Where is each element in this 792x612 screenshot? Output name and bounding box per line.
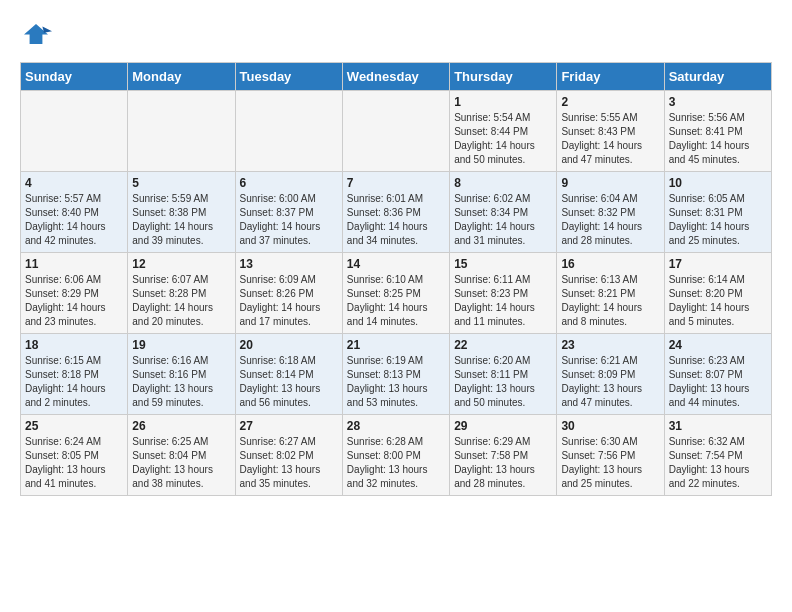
day-number: 10 [669, 176, 767, 190]
day-cell: 6Sunrise: 6:00 AM Sunset: 8:37 PM Daylig… [235, 172, 342, 253]
day-cell [235, 91, 342, 172]
day-cell: 30Sunrise: 6:30 AM Sunset: 7:56 PM Dayli… [557, 415, 664, 496]
day-info: Sunrise: 6:13 AM Sunset: 8:21 PM Dayligh… [561, 273, 659, 329]
day-info: Sunrise: 6:00 AM Sunset: 8:37 PM Dayligh… [240, 192, 338, 248]
day-info: Sunrise: 6:07 AM Sunset: 8:28 PM Dayligh… [132, 273, 230, 329]
day-cell: 2Sunrise: 5:55 AM Sunset: 8:43 PM Daylig… [557, 91, 664, 172]
day-number: 9 [561, 176, 659, 190]
day-info: Sunrise: 6:09 AM Sunset: 8:26 PM Dayligh… [240, 273, 338, 329]
day-cell: 21Sunrise: 6:19 AM Sunset: 8:13 PM Dayli… [342, 334, 449, 415]
day-info: Sunrise: 6:15 AM Sunset: 8:18 PM Dayligh… [25, 354, 123, 410]
logo-icon [20, 20, 52, 52]
day-info: Sunrise: 6:11 AM Sunset: 8:23 PM Dayligh… [454, 273, 552, 329]
day-number: 11 [25, 257, 123, 271]
day-cell [128, 91, 235, 172]
day-cell [21, 91, 128, 172]
day-number: 5 [132, 176, 230, 190]
day-cell: 5Sunrise: 5:59 AM Sunset: 8:38 PM Daylig… [128, 172, 235, 253]
day-number: 7 [347, 176, 445, 190]
day-number: 29 [454, 419, 552, 433]
day-info: Sunrise: 5:57 AM Sunset: 8:40 PM Dayligh… [25, 192, 123, 248]
page: SundayMondayTuesdayWednesdayThursdayFrid… [0, 0, 792, 506]
col-header-monday: Monday [128, 63, 235, 91]
day-info: Sunrise: 6:01 AM Sunset: 8:36 PM Dayligh… [347, 192, 445, 248]
day-cell: 7Sunrise: 6:01 AM Sunset: 8:36 PM Daylig… [342, 172, 449, 253]
day-cell: 16Sunrise: 6:13 AM Sunset: 8:21 PM Dayli… [557, 253, 664, 334]
day-number: 27 [240, 419, 338, 433]
header-row: SundayMondayTuesdayWednesdayThursdayFrid… [21, 63, 772, 91]
day-info: Sunrise: 6:25 AM Sunset: 8:04 PM Dayligh… [132, 435, 230, 491]
week-row-5: 25Sunrise: 6:24 AM Sunset: 8:05 PM Dayli… [21, 415, 772, 496]
week-row-1: 1Sunrise: 5:54 AM Sunset: 8:44 PM Daylig… [21, 91, 772, 172]
col-header-saturday: Saturday [664, 63, 771, 91]
day-info: Sunrise: 6:10 AM Sunset: 8:25 PM Dayligh… [347, 273, 445, 329]
day-cell: 1Sunrise: 5:54 AM Sunset: 8:44 PM Daylig… [450, 91, 557, 172]
day-number: 31 [669, 419, 767, 433]
day-cell: 23Sunrise: 6:21 AM Sunset: 8:09 PM Dayli… [557, 334, 664, 415]
day-info: Sunrise: 6:21 AM Sunset: 8:09 PM Dayligh… [561, 354, 659, 410]
svg-marker-1 [42, 26, 52, 32]
day-cell [342, 91, 449, 172]
day-info: Sunrise: 5:55 AM Sunset: 8:43 PM Dayligh… [561, 111, 659, 167]
day-number: 14 [347, 257, 445, 271]
day-cell: 11Sunrise: 6:06 AM Sunset: 8:29 PM Dayli… [21, 253, 128, 334]
day-number: 20 [240, 338, 338, 352]
day-info: Sunrise: 6:28 AM Sunset: 8:00 PM Dayligh… [347, 435, 445, 491]
day-number: 19 [132, 338, 230, 352]
day-cell: 26Sunrise: 6:25 AM Sunset: 8:04 PM Dayli… [128, 415, 235, 496]
day-cell: 8Sunrise: 6:02 AM Sunset: 8:34 PM Daylig… [450, 172, 557, 253]
day-cell: 3Sunrise: 5:56 AM Sunset: 8:41 PM Daylig… [664, 91, 771, 172]
col-header-wednesday: Wednesday [342, 63, 449, 91]
day-cell: 19Sunrise: 6:16 AM Sunset: 8:16 PM Dayli… [128, 334, 235, 415]
day-number: 26 [132, 419, 230, 433]
day-cell: 28Sunrise: 6:28 AM Sunset: 8:00 PM Dayli… [342, 415, 449, 496]
day-number: 24 [669, 338, 767, 352]
day-cell: 24Sunrise: 6:23 AM Sunset: 8:07 PM Dayli… [664, 334, 771, 415]
day-info: Sunrise: 5:56 AM Sunset: 8:41 PM Dayligh… [669, 111, 767, 167]
day-info: Sunrise: 6:29 AM Sunset: 7:58 PM Dayligh… [454, 435, 552, 491]
svg-marker-0 [24, 24, 48, 44]
day-info: Sunrise: 6:14 AM Sunset: 8:20 PM Dayligh… [669, 273, 767, 329]
day-info: Sunrise: 6:27 AM Sunset: 8:02 PM Dayligh… [240, 435, 338, 491]
day-cell: 17Sunrise: 6:14 AM Sunset: 8:20 PM Dayli… [664, 253, 771, 334]
day-number: 15 [454, 257, 552, 271]
day-cell: 20Sunrise: 6:18 AM Sunset: 8:14 PM Dayli… [235, 334, 342, 415]
day-cell: 10Sunrise: 6:05 AM Sunset: 8:31 PM Dayli… [664, 172, 771, 253]
day-info: Sunrise: 6:18 AM Sunset: 8:14 PM Dayligh… [240, 354, 338, 410]
col-header-tuesday: Tuesday [235, 63, 342, 91]
day-number: 18 [25, 338, 123, 352]
day-info: Sunrise: 6:20 AM Sunset: 8:11 PM Dayligh… [454, 354, 552, 410]
day-number: 1 [454, 95, 552, 109]
day-number: 25 [25, 419, 123, 433]
day-info: Sunrise: 6:02 AM Sunset: 8:34 PM Dayligh… [454, 192, 552, 248]
day-info: Sunrise: 6:04 AM Sunset: 8:32 PM Dayligh… [561, 192, 659, 248]
day-cell: 9Sunrise: 6:04 AM Sunset: 8:32 PM Daylig… [557, 172, 664, 253]
day-cell: 31Sunrise: 6:32 AM Sunset: 7:54 PM Dayli… [664, 415, 771, 496]
day-cell: 27Sunrise: 6:27 AM Sunset: 8:02 PM Dayli… [235, 415, 342, 496]
day-cell: 22Sunrise: 6:20 AM Sunset: 8:11 PM Dayli… [450, 334, 557, 415]
calendar-table: SundayMondayTuesdayWednesdayThursdayFrid… [20, 62, 772, 496]
day-number: 30 [561, 419, 659, 433]
day-cell: 25Sunrise: 6:24 AM Sunset: 8:05 PM Dayli… [21, 415, 128, 496]
day-number: 12 [132, 257, 230, 271]
day-info: Sunrise: 6:30 AM Sunset: 7:56 PM Dayligh… [561, 435, 659, 491]
day-info: Sunrise: 6:16 AM Sunset: 8:16 PM Dayligh… [132, 354, 230, 410]
day-info: Sunrise: 5:59 AM Sunset: 8:38 PM Dayligh… [132, 192, 230, 248]
day-info: Sunrise: 5:54 AM Sunset: 8:44 PM Dayligh… [454, 111, 552, 167]
day-info: Sunrise: 6:06 AM Sunset: 8:29 PM Dayligh… [25, 273, 123, 329]
day-number: 17 [669, 257, 767, 271]
day-info: Sunrise: 6:24 AM Sunset: 8:05 PM Dayligh… [25, 435, 123, 491]
day-number: 8 [454, 176, 552, 190]
day-number: 3 [669, 95, 767, 109]
logo [20, 20, 56, 52]
day-number: 23 [561, 338, 659, 352]
day-number: 22 [454, 338, 552, 352]
day-cell: 14Sunrise: 6:10 AM Sunset: 8:25 PM Dayli… [342, 253, 449, 334]
day-cell: 12Sunrise: 6:07 AM Sunset: 8:28 PM Dayli… [128, 253, 235, 334]
col-header-friday: Friday [557, 63, 664, 91]
day-cell: 15Sunrise: 6:11 AM Sunset: 8:23 PM Dayli… [450, 253, 557, 334]
day-number: 13 [240, 257, 338, 271]
day-cell: 29Sunrise: 6:29 AM Sunset: 7:58 PM Dayli… [450, 415, 557, 496]
day-number: 28 [347, 419, 445, 433]
col-header-thursday: Thursday [450, 63, 557, 91]
